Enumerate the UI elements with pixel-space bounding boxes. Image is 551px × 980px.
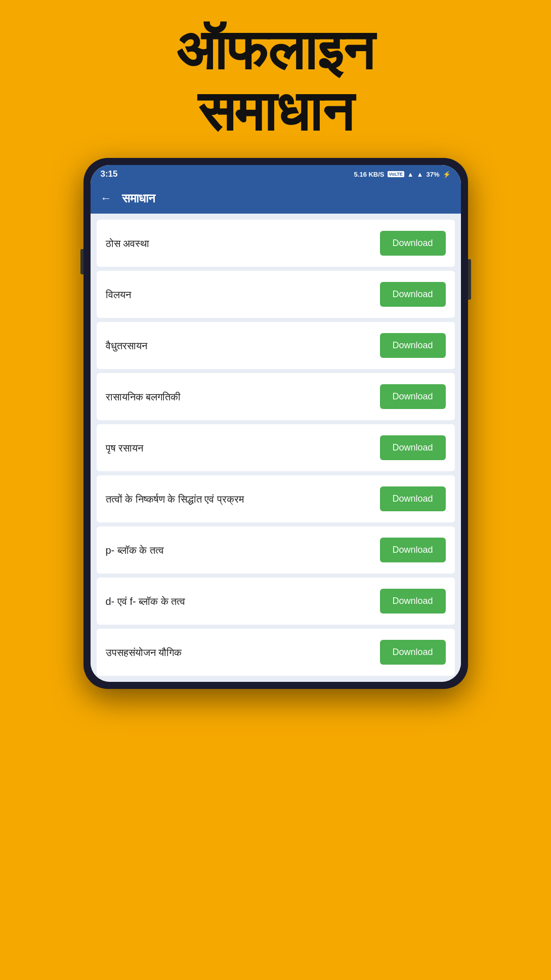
download-button-8[interactable]: Download: [380, 589, 446, 614]
download-button-4[interactable]: Download: [380, 384, 446, 409]
side-button-left: [80, 249, 83, 274]
status-indicators: 5.16 KB/S VoLTE ▲ ▲ 37% ⚡: [354, 171, 451, 178]
hero-line2: समाधान: [177, 81, 374, 143]
item-title-4: रासायनिक बलगतिकी: [106, 390, 380, 403]
item-title-6: तत्वों के निष्कर्षण के सिद्धांत एवं प्रक…: [106, 493, 380, 506]
item-title-9: उपसहसंयोजन यौगिक: [106, 646, 380, 659]
download-button-5[interactable]: Download: [380, 435, 446, 460]
item-title-8: d- एवं f- ब्लॉक के तत्व: [106, 595, 380, 608]
list-item: वैधुतरसायनDownload: [97, 322, 455, 369]
download-button-9[interactable]: Download: [380, 640, 446, 665]
side-button-right: [468, 259, 471, 300]
download-button-7[interactable]: Download: [380, 538, 446, 562]
phone-screen: 3:15 5.16 KB/S VoLTE ▲ ▲ 37% ⚡ ← समाधान …: [91, 165, 461, 682]
list-item: तत्वों के निष्कर्षण के सिद्धांत एवं प्रक…: [97, 475, 455, 522]
hero-text: ऑफलाइन समाधान: [147, 0, 404, 158]
list-item: पृष रसायनDownload: [97, 424, 455, 471]
app-bar: ← समाधान: [91, 183, 461, 214]
item-title-2: विलयन: [106, 288, 380, 301]
item-title-3: वैधुतरसायन: [106, 339, 380, 352]
list-item: d- एवं f- ब्लॉक के तत्वDownload: [97, 578, 455, 625]
list-item: p- ब्लॉक के तत्वDownload: [97, 526, 455, 574]
speed-indicator: 5.16 KB/S: [354, 171, 385, 178]
volte-badge: VoLTE: [388, 171, 404, 177]
content-area: ठोस अवस्थाDownloadविलयनDownloadवैधुतरसाय…: [91, 214, 461, 682]
list-item: ठोस अवस्थाDownload: [97, 220, 455, 267]
phone-frame: 3:15 5.16 KB/S VoLTE ▲ ▲ 37% ⚡ ← समाधान …: [83, 158, 468, 689]
download-button-6[interactable]: Download: [380, 486, 446, 511]
item-title-5: पृष रसायन: [106, 441, 380, 455]
wifi-icon: ▲: [407, 171, 414, 178]
signal-icon: ▲: [417, 171, 423, 178]
download-button-2[interactable]: Download: [380, 282, 446, 307]
item-title-1: ठोस अवस्था: [106, 237, 380, 250]
battery-indicator: 37%: [426, 171, 439, 178]
list-item: रासायनिक बलगतिकीDownload: [97, 373, 455, 420]
list-item: उपसहसंयोजन यौगिकDownload: [97, 629, 455, 676]
back-button[interactable]: ←: [101, 192, 112, 205]
list-item: विलयनDownload: [97, 271, 455, 318]
status-bar: 3:15 5.16 KB/S VoLTE ▲ ▲ 37% ⚡: [91, 165, 461, 183]
download-button-1[interactable]: Download: [380, 231, 446, 256]
item-title-7: p- ब्लॉक के तत्व: [106, 544, 380, 557]
status-time: 3:15: [101, 169, 118, 179]
app-bar-title: समाधान: [122, 191, 155, 206]
download-button-3[interactable]: Download: [380, 333, 446, 358]
hero-line1: ऑफलाइन: [177, 20, 374, 81]
battery-icon: ⚡: [443, 171, 451, 178]
